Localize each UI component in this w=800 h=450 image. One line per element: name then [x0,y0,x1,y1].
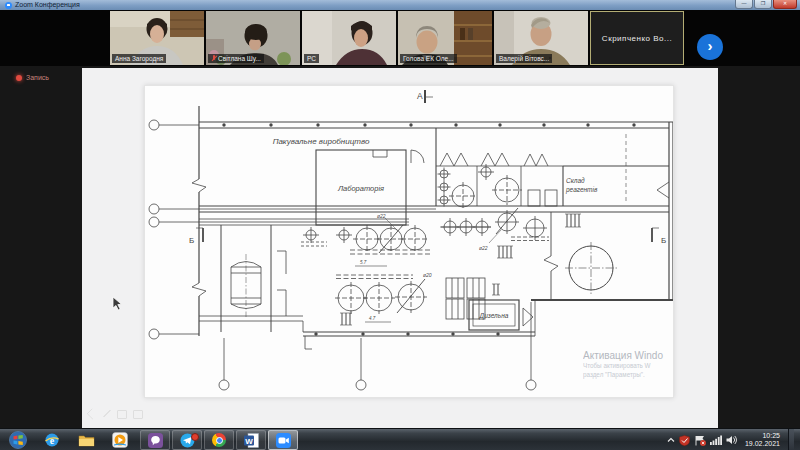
vessel-room [221,225,312,349]
participant-name-tag: Голова ЕК Оле... [400,54,457,63]
word-icon: W [244,433,259,448]
participant-tile-6-active-speaker[interactable]: Скрипченко Во... [590,11,684,65]
recording-indicator: Запись [16,74,49,81]
telegram-unread-badge [191,433,199,441]
video-strip: Анна Загородня Світлана Шу... [0,10,800,66]
windows-activation-watermark: Активация Windo Чтобы активировать W раз… [583,350,673,379]
taskbar-chrome[interactable] [204,430,234,450]
zoom-app-icon [5,2,12,9]
zoom-icon [276,433,291,448]
mouse-cursor [112,296,124,312]
windows-taskbar: e [0,428,800,450]
participant-tile-4[interactable]: Голова ЕК Оле... [398,11,492,65]
start-button[interactable] [4,430,32,450]
tray-clock[interactable]: 10:25 19.02.2021 [745,432,780,448]
tray-network-icon[interactable] [710,435,722,445]
chrome-icon [212,433,226,447]
show-desktop-button[interactable] [788,429,794,450]
participant-name: Скрипченко Во... [602,34,672,43]
tray-antivirus-icon[interactable] [679,435,690,446]
watermark-line-3: раздел "Параметры". [583,370,673,379]
process-rooms [436,128,563,210]
folder-icon [78,433,95,447]
dim-d5: 4.7 [369,316,376,321]
label-section-a: А [417,91,423,101]
recording-dot-icon [16,75,22,81]
participant-name-tag: Світлана Шу... [208,54,264,63]
ghost-pen-icon [103,410,111,417]
svg-text:e: e [50,435,55,446]
window-title: Zoom Конференция [15,0,80,10]
taskbar-telegram[interactable] [172,430,202,450]
taskbar-internet-explorer[interactable]: e [38,430,66,450]
label-warehouse-2: реагентів [565,186,598,194]
wall-column-dots [222,123,635,335]
watermark-line-1: Активация Windo [583,350,673,361]
viber-icon [148,433,163,448]
participant-tile-5[interactable]: Валерій Вітовс... [494,11,588,65]
dim-d1: ø22 [377,213,386,219]
participant-tile-3[interactable]: PC [302,11,396,65]
tank-row-3 [440,208,549,258]
participant-tile-1[interactable]: Анна Загородня [110,11,204,65]
label-diesel: Дизельна [479,312,509,320]
participant-name: Валерій Вітовс... [499,54,549,63]
taskbar-icons: e [4,429,300,450]
participant-name-tag: Анна Загородня [112,54,166,63]
media-player-icon [112,432,128,448]
participant-name: Світлана Шу... [218,54,261,63]
dim-d4: 5.7 [360,260,367,265]
tray-volume-icon[interactable] [726,435,738,445]
mic-muted-icon [211,55,216,62]
close-button[interactable]: ✕ [773,0,797,9]
taskbar-zoom[interactable] [268,430,298,450]
next-participants-button[interactable]: › [697,34,723,60]
titlebar-left: Zoom Конференция [0,0,80,10]
label-laboratory: Лабораторія [337,184,384,193]
participant-name: PC [307,54,316,63]
walls [192,106,673,336]
annotation-toolbar-ghost [88,410,143,419]
clock-date: 19.02.2021 [745,440,780,448]
shared-screen: Пакувальне виробництво Лабораторія Склад… [82,68,718,428]
label-section-b-right: Б [661,236,666,245]
participant-tile-2[interactable]: Світлана Шу... [206,11,300,65]
big-tank [565,242,617,294]
watermark-line-2: Чтобы активировать W [583,361,673,370]
restore-button[interactable]: ❐ [754,0,772,9]
participant-name: Анна Загородня [115,54,163,63]
storage-and-diesel [446,278,533,330]
participant-name: Голова ЕК Оле... [403,54,454,63]
label-section-b-left: Б [189,236,194,245]
windows-start-icon [9,431,27,449]
tray-action-center-flag-icon[interactable] [694,435,706,446]
taskbar-viber[interactable] [140,430,170,450]
grid-axes [149,120,536,390]
ghost-shape-icon [117,410,127,419]
taskbar-word[interactable]: W [236,430,266,450]
label-packaging: Пакувальне виробництво [273,137,370,146]
tank-row-2 [335,275,427,325]
taskbar-file-explorer[interactable] [72,430,100,450]
recording-label: Запись [26,74,49,81]
clock-time: 10:25 [745,432,780,440]
system-tray: 10:25 19.02.2021 [667,429,800,450]
dim-d3: ø22 [479,245,488,251]
desktop: Zoom Конференция — ❐ ✕ Анна Загородня [0,0,800,450]
taskbar-media-player[interactable] [106,430,134,450]
participant-name-tag: PC [304,54,319,63]
label-warehouse-1: Склад [566,177,585,184]
tray-expand-icon[interactable] [667,436,675,444]
participant-name-tag: Валерій Вітовс... [496,54,552,63]
drawing-sheet: Пакувальне виробництво Лабораторія Склад… [144,85,674,398]
internet-explorer-icon: e [44,432,60,448]
dim-d2: ø20 [423,272,432,278]
minimize-button[interactable]: — [735,0,753,9]
svg-text:W: W [245,436,253,445]
ghost-undo-icon [133,410,143,419]
window-controls: — ❐ ✕ [735,0,797,9]
ghost-arrow-icon [86,408,98,420]
